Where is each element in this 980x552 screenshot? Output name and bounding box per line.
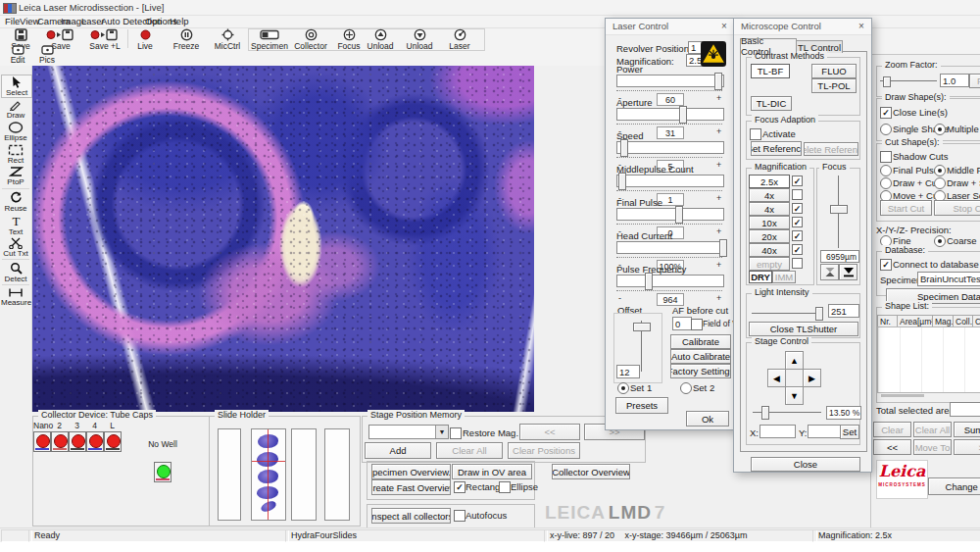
tl-pol-button[interactable]: TL-POL: [811, 78, 857, 93]
mag-20x-button[interactable]: 20x: [749, 229, 790, 243]
set1-radio[interactable]: [617, 382, 629, 394]
start-cut-button[interactable]: Start Cut: [880, 200, 932, 216]
stage-speed-slider-handle[interactable]: [761, 406, 769, 420]
light-intensity-field[interactable]: 251: [828, 304, 859, 318]
tl-dic-button[interactable]: TL-DIC: [751, 96, 792, 111]
micctrl-button[interactable]: MicCtrl: [208, 28, 247, 51]
power-slider[interactable]: [616, 75, 724, 87]
mag-20x-checkbox[interactable]: [792, 230, 803, 241]
menu-file[interactable]: File: [5, 16, 20, 27]
mag-10x-button[interactable]: 10x: [749, 216, 790, 229]
laser-control-dialog[interactable]: Laser Control × Revolver Position: 1 Mag…: [605, 18, 735, 430]
pulse-frequency-plus[interactable]: +: [716, 293, 721, 303]
aperture-slider-handle[interactable]: [679, 106, 687, 124]
specimen-button[interactable]: Specimen: [249, 28, 290, 51]
activate-checkbox[interactable]: [750, 128, 761, 140]
tab-basic-control[interactable]: Basic Control: [740, 38, 797, 53]
slide-slot-4[interactable]: [324, 428, 350, 521]
slide-slot-2[interactable]: [251, 428, 286, 521]
pulse-frequency-slider[interactable]: [616, 275, 724, 287]
aperture-slider[interactable]: [616, 108, 724, 121]
tube-cap-nano[interactable]: [33, 431, 51, 452]
tube-cap-l[interactable]: [104, 431, 122, 452]
calibrate-button[interactable]: Calibrate: [670, 334, 731, 349]
mag-empty-checkbox[interactable]: [792, 258, 803, 269]
summary-button[interactable]: Summary: [954, 422, 980, 437]
autofocus-checkbox[interactable]: [454, 510, 466, 522]
stage-right-button[interactable]: ▶: [803, 369, 821, 387]
close-icon[interactable]: ×: [716, 19, 732, 34]
shape-list-scrollbar[interactable]: [881, 394, 924, 397]
microscope-close-button[interactable]: Close: [751, 457, 860, 472]
middlepulse-plus[interactable]: +: [716, 193, 721, 203]
microscope-control-dialog[interactable]: Microscope Control × Basic Control TL Co…: [733, 18, 872, 473]
middlepulse-slider-handle[interactable]: [618, 173, 626, 190]
draw-scan-radio[interactable]: [934, 177, 946, 189]
mag-4x-2-button[interactable]: 4x: [749, 202, 790, 216]
unload-up-button[interactable]: Unload: [361, 28, 400, 51]
tl-bf-button[interactable]: TL-BF: [751, 64, 790, 78]
auto-calibrate-button[interactable]: Auto Calibrate: [670, 349, 731, 364]
fluo-button[interactable]: FLUO: [811, 64, 857, 78]
speed-slider-handle[interactable]: [620, 139, 628, 157]
delete-reference-button[interactable]: Delete Reference: [804, 142, 858, 156]
offset-value-field[interactable]: 12: [616, 365, 640, 378]
light-intensity-slider-track[interactable]: [752, 313, 822, 314]
zoom-slider-handle[interactable]: [883, 76, 891, 87]
pics-button[interactable]: Pics: [33, 45, 61, 65]
rectangle-checkbox[interactable]: [454, 481, 466, 493]
unload-down-button[interactable]: Unload: [400, 28, 439, 51]
ellipse-checkbox[interactable]: [499, 481, 511, 493]
stage-set-button[interactable]: Set: [840, 425, 859, 439]
zoom-value-field[interactable]: 1.0: [940, 74, 969, 87]
move-to-button[interactable]: Move To: [913, 439, 952, 455]
stage-y-field[interactable]: [808, 425, 844, 438]
head-current-slider[interactable]: [616, 241, 724, 254]
save-plus-l-button[interactable]: Save +L: [84, 28, 125, 51]
light-intensity-slider-handle[interactable]: [815, 307, 823, 321]
tool-detect[interactable]: Detect: [1, 262, 30, 283]
stop-cut-button[interactable]: Stop Cut: [934, 200, 980, 216]
mag-4x-button[interactable]: 4x: [749, 188, 790, 202]
freeze-button[interactable]: Freeze: [167, 28, 206, 51]
focus-slider-handle[interactable]: [830, 205, 848, 214]
mag-40x-button[interactable]: 40x: [749, 243, 790, 257]
tool-reuse[interactable]: Reuse: [1, 191, 30, 213]
tool-point-to-point[interactable]: PtoP: [1, 166, 30, 186]
fullsize-button[interactable]: FullSize: [969, 74, 980, 88]
final-pulse-slider[interactable]: [616, 208, 724, 221]
stage-x-field[interactable]: [760, 425, 796, 438]
laser-button[interactable]: Laser: [441, 28, 478, 51]
close-tlshutter-button[interactable]: Close TLShutter: [749, 322, 858, 336]
offset-slider-handle[interactable]: [633, 323, 651, 331]
clear-all-button[interactable]: Clear All: [913, 422, 952, 437]
factory-settings-button[interactable]: Factory Settings: [670, 364, 731, 378]
stage-up-button[interactable]: ▲: [785, 351, 804, 370]
menu-help[interactable]: Help: [170, 16, 189, 27]
speed-plus[interactable]: +: [716, 160, 721, 170]
head-current-slider-handle[interactable]: [719, 239, 727, 257]
shape-back-button[interactable]: <<: [873, 439, 911, 455]
tube-cap-3[interactable]: [69, 431, 86, 452]
pulse-frequency-minus[interactable]: -: [618, 293, 621, 303]
mag-10x-checkbox[interactable]: [792, 217, 803, 227]
power-plus[interactable]: +: [716, 93, 721, 103]
edit-button[interactable]: Edit: [4, 45, 31, 65]
set2-radio[interactable]: [680, 382, 692, 394]
live-specimen-image[interactable]: [32, 66, 534, 412]
tube-cap-2[interactable]: [51, 431, 69, 452]
draw-in-ov-area-button[interactable]: Draw in OV area: [452, 464, 532, 479]
mag-4x-checkbox[interactable]: [792, 189, 803, 200]
slide-slot-3[interactable]: [291, 428, 317, 521]
shape-list-table[interactable]: [877, 326, 980, 393]
stage-left-button[interactable]: ◀: [767, 369, 786, 387]
add-position-button[interactable]: Add: [365, 442, 431, 459]
aperture-plus[interactable]: +: [716, 126, 721, 136]
tool-ellipse[interactable]: Ellipse: [1, 122, 30, 142]
multiple-shapes-radio[interactable]: [934, 124, 946, 135]
shape-forward-button[interactable]: >>: [954, 439, 980, 455]
final-pulse-plus[interactable]: +: [716, 226, 721, 236]
mag-4x-2-checkbox[interactable]: [792, 203, 803, 214]
presets-button[interactable]: Presets: [615, 397, 668, 414]
connect-database-checkbox[interactable]: [880, 259, 892, 271]
